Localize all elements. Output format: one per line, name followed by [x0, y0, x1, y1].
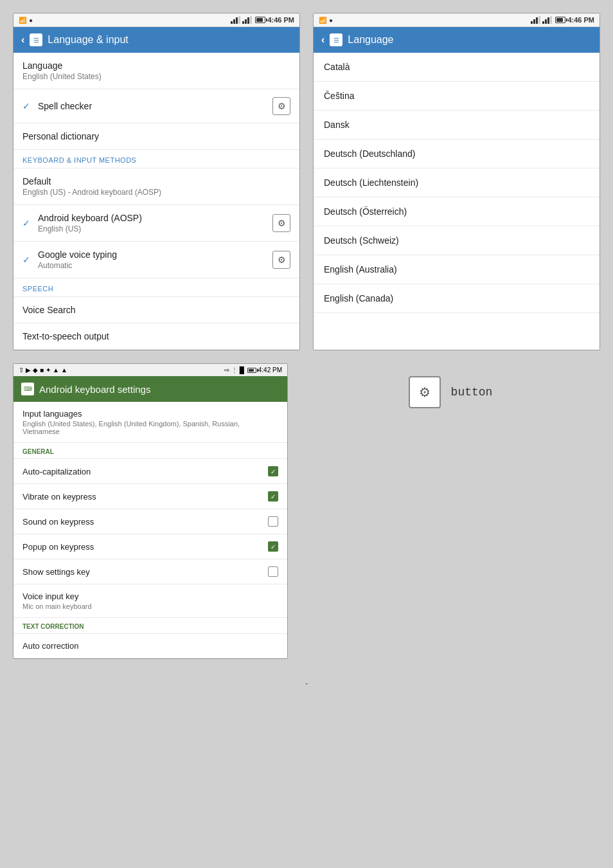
notification-icon: ● [29, 17, 33, 24]
voice-search-item[interactable]: Voice Search [13, 297, 299, 323]
auto-correction-item[interactable]: Auto correction [13, 634, 287, 658]
battery-icon-right [555, 17, 565, 23]
default-input-content: Default English (US) - Android keyboard … [22, 176, 290, 197]
speech-section-header: SPEECH [13, 278, 299, 297]
default-input-item[interactable]: Default English (US) - Android keyboard … [13, 168, 299, 205]
keyboard-status-right: ⇨ ⋮ █ 4:42 PM [224, 366, 282, 374]
show-settings-content: Show settings key [22, 567, 268, 577]
keyboard-battery [247, 368, 256, 373]
voice-input-key-title: Voice input key [22, 592, 278, 601]
settings-list-left: Language English (United States) ✓ Spell… [13, 53, 299, 350]
star-icon: ✦ [46, 366, 51, 374]
auto-correction-title: Auto correction [22, 641, 278, 651]
auto-cap-item[interactable]: Auto-capitalization ✓ [13, 459, 287, 484]
spell-checker-check: ✓ [22, 101, 33, 111]
button-illustration: ⚙ button [301, 363, 600, 421]
language-deutsch-ch[interactable]: Deutsch (Schweiz) [314, 226, 600, 255]
android-keyboard-content: ✓ Android keyboard (AOSP) English (US) [22, 213, 142, 233]
text-correction-header: TEXT CORRECTION [13, 618, 287, 634]
button-icon-large: ⚙ [409, 376, 441, 408]
language-english-au[interactable]: English (Australia) [314, 255, 600, 284]
google-voice-title: Google voice typing [38, 249, 117, 260]
vibrate-item[interactable]: Vibrate on keypress ✓ [13, 484, 287, 509]
header-title-left: Language & input [48, 34, 128, 46]
google-voice-text: Google voice typing Automatic [38, 249, 117, 270]
spell-checker-item[interactable]: ✓ Spell checker ⚙ [13, 89, 299, 123]
popup-title: Popup on keypress [22, 542, 268, 552]
text-to-speech-title: Text-to-speech output [22, 331, 290, 341]
language-item-content: Language English (United States) [22, 60, 290, 81]
language-input-panel: 📶 ● 4:46 PM ‹ [13, 13, 300, 350]
android-keyboard-settings-btn[interactable]: ⚙ [272, 214, 290, 232]
android-keyboard-item[interactable]: ✓ Android keyboard (AOSP) English (US) ⚙ [13, 205, 299, 242]
show-settings-checkbox[interactable] [268, 566, 278, 577]
status-right-right: 4:46 PM [531, 16, 594, 24]
keyboard-status-bar: ⇧ ▶ ◆ ■ ✦ ▲ ▲ ⇨ ⋮ █ 4:42 PM [13, 364, 287, 376]
rotation-icon: ▶ [26, 366, 31, 374]
voice-input-key-item[interactable]: Voice input key Mic on main keyboard [13, 584, 287, 618]
alert1-icon: ▲ [53, 366, 59, 374]
status-bar-left: 📶 ● 4:46 PM [13, 14, 299, 27]
notification-icon-right: ● [329, 17, 333, 24]
header-icon-right: ☰ [330, 33, 342, 46]
bottom-dot: - [13, 672, 600, 695]
auto-cap-checkbox[interactable]: ✓ [268, 466, 278, 476]
language-list-header: ‹ ☰ Language [314, 27, 600, 53]
signal4-icon: ■ [40, 366, 44, 374]
vibrate-content: Vibrate on keypress [22, 492, 268, 502]
spell-checker-settings-btn[interactable]: ⚙ [272, 97, 290, 115]
language-dansk[interactable]: Dansk [314, 111, 600, 140]
signal-bars2-left [242, 16, 252, 24]
signal-bars-right [531, 16, 540, 24]
language-title: Language [22, 60, 290, 71]
vibrate-checkbox[interactable]: ✓ [268, 491, 278, 502]
sound-checkbox[interactable] [268, 516, 278, 527]
google-voice-settings-btn[interactable]: ⚙ [272, 251, 290, 269]
voice-input-key-content: Voice input key Mic on main keyboard [22, 592, 278, 610]
sound-item[interactable]: Sound on keypress [13, 509, 287, 534]
language-english-ca[interactable]: English (Canada) [314, 284, 600, 313]
language-cestina[interactable]: Čeština [314, 82, 600, 111]
personal-dict-content: Personal dictionary [22, 131, 290, 141]
back-arrow-left[interactable]: ‹ [21, 34, 24, 46]
personal-dict-item[interactable]: Personal dictionary [13, 123, 299, 150]
language-deutsch-at[interactable]: Deutsch (Österreich) [314, 197, 600, 226]
popup-checkbox[interactable]: ✓ [268, 541, 278, 552]
input-languages-item[interactable]: Input languages English (United States),… [13, 402, 287, 443]
default-input-subtitle: English (US) - Android keyboard (AOSP) [22, 188, 290, 197]
google-voice-item[interactable]: ✓ Google voice typing Automatic ⚙ [13, 242, 299, 278]
language-deutsch-li[interactable]: Deutsch (Liechtenstein) [314, 168, 600, 197]
keyboard-status-icons: ⇧ ▶ ◆ ■ ✦ ▲ ▲ [19, 366, 67, 374]
text-to-speech-item[interactable]: Text-to-speech output [13, 323, 299, 350]
google-voice-check: ✓ [22, 255, 33, 265]
popup-item[interactable]: Popup on keypress ✓ [13, 534, 287, 559]
language-catala[interactable]: Català [314, 53, 600, 82]
input-languages-subtitle: English (United States), English (United… [22, 420, 278, 435]
android-keyboard-title: Android keyboard (AOSP) [38, 213, 142, 223]
status-icons-right: 📶 ● [319, 17, 333, 24]
status-right-left: 4:46 PM [231, 16, 294, 24]
keyboard-settings-panel: ⇧ ▶ ◆ ■ ✦ ▲ ▲ ⇨ ⋮ █ 4:42 PM [13, 363, 288, 659]
wifi-icon: ⇧ [19, 366, 24, 374]
input-languages-title: Input languages [22, 409, 278, 419]
language-item[interactable]: Language English (United States) [13, 53, 299, 89]
language-list-panel: 📶 ● 4:46 PM ‹ [313, 13, 600, 350]
back-arrow-right[interactable]: ‹ [321, 34, 324, 46]
auto-cap-content: Auto-capitalization [22, 467, 268, 476]
voice-search-title: Voice Search [22, 305, 290, 315]
keyboard-section-header: KEYBOARD & INPUT METHODS [13, 150, 299, 168]
keyboard-header-title: Android keyboard settings [39, 384, 150, 395]
show-settings-title: Show settings key [22, 567, 268, 577]
personal-dict-title: Personal dictionary [22, 131, 290, 141]
sound-content: Sound on keypress [22, 517, 268, 527]
show-settings-item[interactable]: Show settings key [13, 559, 287, 584]
default-input-title: Default [22, 176, 290, 186]
spell-checker-content: ✓ Spell checker [22, 101, 92, 111]
input-languages-content: Input languages English (United States),… [22, 409, 278, 435]
language-deutsch-de[interactable]: Deutsch (Deutschland) [314, 140, 600, 168]
android-keyboard-check: ✓ [22, 218, 33, 228]
signal-bars-left [231, 16, 240, 24]
time-left: 4:46 PM [267, 16, 294, 24]
language-subtitle: English (United States) [22, 72, 290, 81]
general-section-header: GENERAL [13, 443, 287, 459]
